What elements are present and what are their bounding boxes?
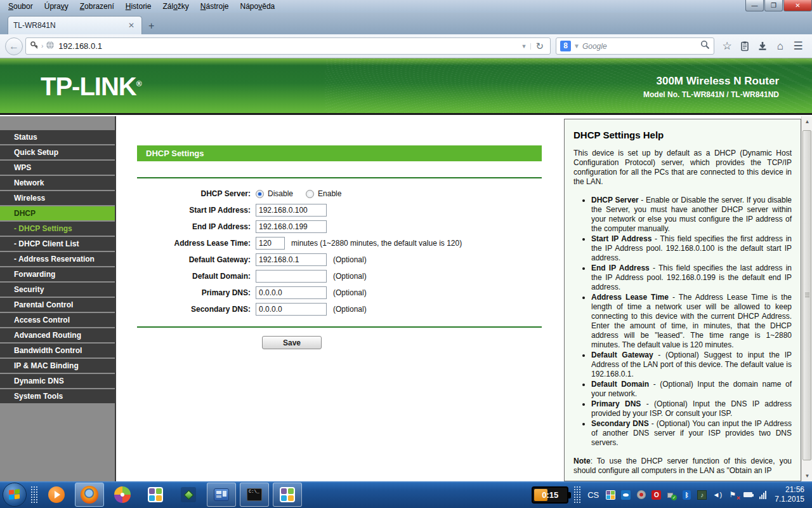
secondary-dns-field[interactable] (256, 303, 327, 316)
sidebar-menu: Status Quick Setup WPS Network Wireless … (0, 116, 116, 481)
menu-bookmarks[interactable]: Záložky (157, 1, 194, 12)
key-icon[interactable] (30, 41, 39, 52)
sidebar-item-quick-setup[interactable]: Quick Setup (0, 145, 115, 159)
search-input[interactable] (582, 42, 700, 51)
lease-time-field[interactable] (256, 237, 285, 250)
clock[interactable]: 21:56 7.1.2015 (775, 485, 804, 504)
tray-action-center-icon[interactable]: ⚑ (727, 490, 738, 500)
menu-history[interactable]: Historie (120, 1, 157, 12)
home-icon[interactable]: ⌂ (771, 37, 789, 55)
reload-icon[interactable]: ↻ (531, 41, 546, 52)
tray-usb-eject-icon[interactable]: ✓ (666, 490, 677, 500)
sidebar-item-wps[interactable]: WPS (0, 161, 115, 175)
help-column: DHCP Settings Help This device is set up… (564, 116, 801, 481)
tray-audio-app-icon[interactable]: ♪ (697, 490, 707, 500)
tray-antivirus-icon[interactable]: O (651, 490, 662, 500)
default-domain-field[interactable] (256, 270, 327, 283)
magnifier-icon[interactable] (700, 40, 710, 52)
vmware-window-button[interactable] (273, 483, 302, 507)
sidebar-item-status[interactable]: Status (0, 130, 115, 144)
scrollbar-up-icon[interactable]: ▲ (802, 116, 812, 127)
taskbar-dots-tray[interactable] (573, 486, 581, 504)
firefox-taskbar-button[interactable] (75, 483, 104, 507)
sidebar-item-forwarding[interactable]: Forwarding (0, 267, 115, 281)
language-indicator[interactable]: CS (587, 490, 599, 500)
tab-bar: TL-WR841N ✕ + (0, 13, 812, 34)
menu-view[interactable]: Zobrazení (74, 1, 120, 12)
close-button[interactable]: ✕ (783, 0, 812, 11)
tray-volume-icon[interactable]: ◄) (712, 490, 723, 500)
tray-teamviewer-icon[interactable] (620, 490, 631, 500)
minimize-button[interactable]: — (745, 0, 764, 11)
scrollbar-thumb[interactable] (802, 130, 811, 460)
media-player-icon[interactable] (42, 483, 71, 507)
save-button[interactable]: Save (262, 336, 322, 349)
dhcp-form: DHCP Server: Disable Enable Start IP Add… (116, 185, 564, 318)
downloads-icon[interactable] (754, 37, 771, 55)
sidebar-item-advanced-routing[interactable]: Advanced Routing (0, 328, 115, 342)
primary-dns-field[interactable] (256, 286, 327, 299)
battery-gadget[interactable]: 0:15 (532, 486, 568, 504)
tray-device-icon[interactable] (636, 490, 646, 500)
search-engine-dropdown-icon[interactable]: ▼ (573, 43, 580, 50)
hamburger-menu-icon[interactable]: ☰ (789, 37, 807, 55)
url-bar[interactable]: › ▼ ↻ (25, 37, 551, 55)
clock-time: 21:56 (775, 485, 804, 495)
tray-vmware-icon[interactable] (605, 490, 616, 500)
sidebar-item-dhcp-settings[interactable]: - DHCP Settings (0, 222, 115, 236)
globe-icon[interactable] (46, 41, 55, 52)
default-gateway-field[interactable] (256, 253, 327, 266)
sidebar-item-dhcp-client-list[interactable]: - DHCP Client List (0, 237, 115, 251)
bookmark-star-icon[interactable]: ☆ (718, 37, 736, 55)
new-tab-button[interactable]: + (142, 19, 160, 34)
sidebar-item-wireless[interactable]: Wireless (0, 191, 115, 205)
router-page: Status Quick Setup WPS Network Wireless … (0, 116, 812, 481)
tplink-banner: TP-LINK® 300M Wireless N Router Model No… (0, 58, 812, 113)
enable-radio[interactable] (306, 190, 314, 198)
browser-tab[interactable]: TL-WR841N ✕ (8, 16, 142, 34)
scrollbar-down-icon[interactable]: ▼ (802, 471, 812, 481)
help-note: Note: To use the DHCP server function of… (573, 457, 792, 476)
end-ip-field[interactable] (256, 220, 327, 233)
menu-file[interactable]: Soubor (3, 1, 39, 12)
chevron-separator: › (41, 43, 43, 50)
menu-help[interactable]: Nápověda (235, 1, 281, 12)
tab-close-icon[interactable]: ✕ (126, 21, 136, 30)
restore-button[interactable]: ❐ (764, 0, 783, 11)
photo-app-icon[interactable] (108, 483, 137, 507)
bookmarks-menu-icon[interactable] (736, 37, 754, 55)
display-settings-window-button[interactable] (207, 483, 236, 507)
url-input[interactable] (58, 41, 517, 51)
urlbar-dropdown-icon[interactable]: ▼ (518, 43, 532, 50)
sidebar-item-system-tools[interactable]: System Tools (0, 389, 115, 403)
tray-network-icon[interactable] (757, 490, 768, 500)
sidebar-item-bandwidth-control[interactable]: Bandwidth Control (0, 344, 115, 358)
enable-radio-label[interactable]: Enable (318, 189, 341, 198)
sidebar-item-network[interactable]: Network (0, 176, 115, 190)
sidebar-item-access-control[interactable]: Access Control (0, 313, 115, 327)
sims-icon[interactable] (174, 483, 203, 507)
menu-edit[interactable]: Úpravy (39, 1, 74, 12)
sidebar-item-dynamic-dns[interactable]: Dynamic DNS (0, 374, 115, 388)
disable-radio-label[interactable]: Disable (268, 189, 293, 198)
primary-dns-note: (Optional) (333, 288, 367, 297)
start-ip-field[interactable] (256, 204, 327, 217)
disable-radio[interactable] (256, 190, 264, 198)
start-button[interactable] (3, 483, 27, 507)
sidebar-item-ip-mac-binding[interactable]: IP & MAC Binding (0, 359, 115, 373)
help-scrollbar[interactable]: ▲ ▼ (801, 116, 812, 481)
tray-bluetooth-icon[interactable]: ᛒ (681, 490, 692, 500)
menu-tools[interactable]: Nástroje (195, 1, 235, 12)
tplink-logo: TP-LINK® (41, 72, 141, 101)
search-bar[interactable]: 8 ▼ (556, 37, 714, 55)
vmware-icon[interactable] (141, 483, 170, 507)
help-bullet: Address Lease Time - The Address Lease T… (591, 293, 792, 350)
dhcp-server-label: DHCP Server: (116, 189, 256, 198)
sidebar-item-parental-control[interactable]: Parental Control (0, 298, 115, 312)
sidebar-item-dhcp[interactable]: DHCP (0, 206, 115, 220)
sidebar-item-address-reservation[interactable]: - Address Reservation (0, 252, 115, 266)
terminal-window-button[interactable]: C:\_ (240, 483, 269, 507)
back-button[interactable]: ← (5, 37, 23, 55)
tray-power-icon[interactable] (742, 490, 753, 500)
sidebar-item-security[interactable]: Security (0, 283, 115, 297)
